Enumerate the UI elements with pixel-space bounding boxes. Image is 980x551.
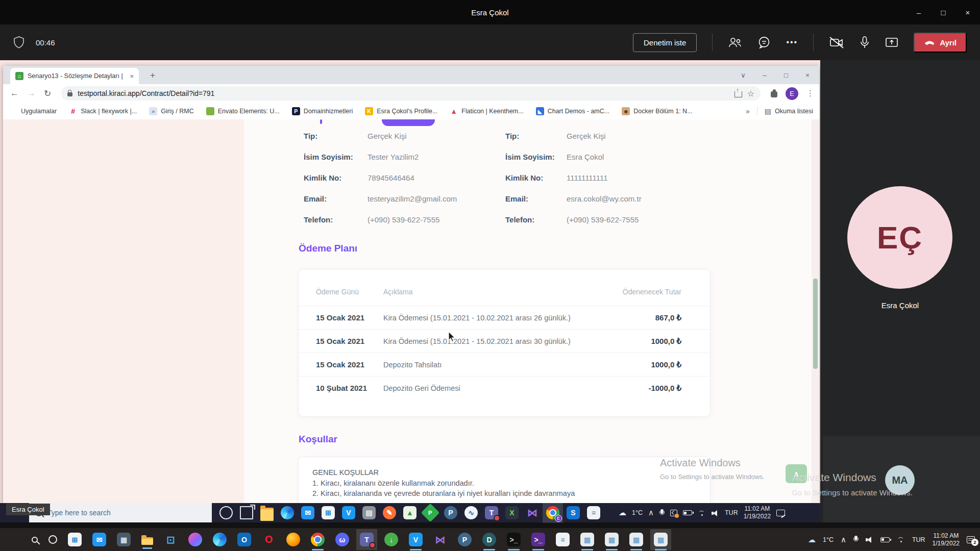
app-window-icon[interactable]: ▦ — [605, 533, 619, 546]
microphone-icon[interactable] — [860, 36, 870, 49]
domainhizmetleri-icon[interactable]: P — [292, 107, 300, 115]
wifi-icon[interactable] — [897, 536, 905, 543]
cortana-icon[interactable] — [48, 535, 57, 544]
amcharts-icon[interactable]: ◣ — [536, 107, 544, 115]
browser-close-button[interactable]: × — [797, 66, 818, 84]
dbeaver-icon[interactable]: D — [482, 533, 496, 546]
opera-icon[interactable]: O — [262, 533, 276, 546]
browser-menu-chevron-icon[interactable]: ∨ — [732, 66, 754, 84]
edge-icon[interactable] — [213, 533, 227, 546]
chat-icon[interactable] — [757, 36, 771, 49]
language-indicator[interactable]: TUR — [912, 536, 925, 543]
visual-studio-icon[interactable]: ⋈ — [433, 533, 447, 546]
image-viewer-icon[interactable]: ▲ — [403, 506, 416, 519]
more-options-icon[interactable]: ••• — [786, 38, 798, 47]
onedrive-icon[interactable]: ☁ — [808, 535, 816, 544]
language-indicator[interactable]: TUR — [725, 509, 738, 516]
wifi-icon[interactable] — [698, 510, 706, 516]
envato-icon[interactable] — [206, 107, 214, 115]
giris-rmc-icon[interactable]: » — [149, 107, 157, 115]
volume-icon[interactable] — [712, 510, 719, 516]
notepad-icon[interactable]: ≡ — [556, 533, 570, 546]
start-icon[interactable] — [7, 533, 21, 546]
discord-icon[interactable]: ω — [335, 533, 349, 546]
scroll-to-top-button[interactable]: ∧ — [786, 464, 807, 483]
vscode-icon[interactable]: V — [342, 506, 355, 519]
chevron-up-icon[interactable]: ∧ — [841, 535, 846, 544]
window-restore-button[interactable]: □ — [931, 0, 955, 24]
bookmark-docker-video[interactable]: ☻Docker Bölüm 1: N... — [622, 107, 692, 115]
microsoft-store-icon[interactable]: ⊞ — [322, 506, 335, 519]
temperature-indicator[interactable]: 1°C — [632, 509, 643, 516]
pen-tool-icon[interactable]: ✎ — [383, 506, 396, 519]
forward-icon[interactable]: → — [27, 88, 36, 98]
postgresql-icon[interactable]: P — [444, 506, 457, 519]
microphone-icon[interactable] — [853, 536, 859, 543]
chrome-icon[interactable] — [311, 533, 325, 546]
app-window-icon[interactable]: ▦ — [580, 533, 594, 546]
action-center-icon[interactable]: 2 — [967, 536, 975, 543]
chevron-up-icon[interactable]: ∧ — [648, 508, 654, 517]
clock[interactable]: 11:02 AM1/19/2022 — [744, 505, 771, 520]
camera-off-icon[interactable] — [829, 36, 844, 48]
browser-menu-icon[interactable]: ⋮ — [806, 89, 814, 98]
paint-3d-icon[interactable] — [188, 533, 202, 546]
visual-studio-icon[interactable]: ⋈ — [526, 506, 539, 519]
capture-tool-icon[interactable]: X — [505, 506, 519, 519]
taskbar-search-box[interactable]: Type here to search — [29, 503, 212, 522]
browser-profile-avatar[interactable]: E — [786, 87, 798, 100]
firefox-icon[interactable] — [286, 533, 300, 546]
participants-icon[interactable] — [728, 36, 742, 48]
bookmarks-overflow-icon[interactable]: » — [746, 107, 750, 115]
flaticon-icon[interactable]: ▲ — [450, 107, 458, 115]
apps-icon[interactable] — [9, 107, 17, 115]
terminal-purple-icon[interactable]: >_ — [531, 533, 545, 546]
bookmark-apps[interactable]: Uygulamalar — [9, 107, 57, 115]
bookmark-keenthemes-profile[interactable]: KEsra Çokol's Profile... — [365, 107, 437, 115]
reading-list-button[interactable]: ▤ Okuma listesi — [765, 107, 813, 115]
new-tab-button[interactable]: + — [147, 70, 158, 81]
s-app-icon[interactable]: S — [567, 506, 580, 519]
browser-tab[interactable]: ⌂ Senaryo13 - Sözleşme Detayları | × — [10, 68, 139, 84]
browser-maximize-button[interactable]: □ — [775, 66, 797, 84]
request-control-button[interactable]: Denetim iste — [633, 33, 697, 52]
database-tool-icon[interactable]: ▤ — [362, 506, 376, 519]
docker-video-icon[interactable]: ☻ — [622, 107, 630, 115]
share-page-icon[interactable] — [734, 91, 742, 97]
cmd-icon[interactable]: >_ — [507, 533, 521, 546]
bookmark-giris-rmc[interactable]: »Giriş / RMC — [149, 107, 194, 115]
wireshark-icon[interactable]: ∿ — [464, 506, 478, 519]
chrome-icon[interactable]: E — [546, 506, 559, 519]
url-text[interactable]: testportal.kiraci.app/Contract/Detail?id… — [78, 89, 729, 97]
bookmark-envato[interactable]: Envato Elements: U... — [206, 107, 280, 115]
window-minimize-button[interactable]: – — [906, 0, 931, 24]
cortana-icon[interactable] — [219, 506, 233, 519]
bookmark-slack[interactable]: #Slack | flexywork |... — [69, 107, 137, 115]
teams-icon[interactable]: T — [485, 506, 498, 519]
address-bar[interactable]: testportal.kiraci.app/Contract/Detail?id… — [61, 86, 761, 101]
vscode-icon[interactable]: V — [409, 533, 423, 546]
pen-input-icon[interactable] — [776, 510, 785, 516]
slack-icon[interactable]: # — [69, 107, 77, 115]
postgresql-icon[interactable]: P — [458, 533, 472, 546]
outlook-icon[interactable]: O — [237, 533, 251, 546]
back-icon[interactable]: ← — [10, 88, 19, 98]
browser-minimize-button[interactable]: – — [754, 66, 775, 84]
temperature-indicator[interactable]: 1°C — [823, 536, 834, 543]
edge-icon[interactable] — [281, 506, 294, 519]
leave-call-button[interactable]: Ayrıl — [914, 33, 967, 53]
volume-icon[interactable] — [866, 536, 873, 543]
tab-close-icon[interactable]: × — [130, 72, 134, 80]
bookmark-star-icon[interactable]: ☆ — [747, 89, 754, 98]
battery-icon[interactable] — [683, 510, 692, 515]
clock[interactable]: 11:02 AM1/19/2022 — [933, 532, 960, 547]
app-window-icon[interactable]: ▦ — [654, 533, 668, 546]
app-window-icon[interactable]: ▦ — [629, 533, 643, 546]
battery-icon[interactable] — [880, 537, 890, 542]
participant-video-tile[interactable]: MA — [823, 436, 980, 522]
notepad-icon[interactable]: ≡ — [587, 506, 600, 519]
bookmark-flaticon[interactable]: ▲Flaticon | Keenthem... — [450, 107, 523, 115]
page-scrollbar[interactable] — [812, 119, 819, 504]
microphone-icon[interactable] — [659, 509, 665, 517]
window-close-button[interactable]: × — [955, 0, 980, 24]
